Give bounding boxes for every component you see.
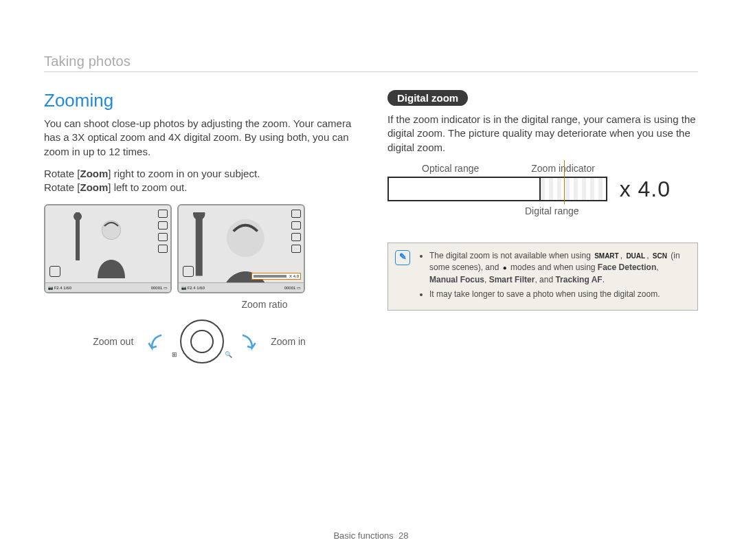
silhouette-wide <box>70 212 146 279</box>
footer-page: 28 <box>398 530 408 541</box>
screen2-exposure: F2.4 1/60 <box>188 286 205 290</box>
note1-sep0: , <box>620 251 625 260</box>
svg-point-1 <box>74 212 82 221</box>
note-icon: ✎ <box>395 250 410 265</box>
arrow-right-icon <box>238 332 257 351</box>
right-column: Digital zoom If the zoom indicator is in… <box>387 90 698 363</box>
note-item-2: It may take longer to save a photo when … <box>429 289 689 300</box>
zoom-indicator-label: Zoom indicator <box>531 163 595 174</box>
digital-zoom-desc: If the zoom indicator is in the digital … <box>387 113 698 155</box>
note1-b3: Smart Filter <box>489 275 535 284</box>
page-footer: Basic functions 28 <box>0 530 742 541</box>
note1-b1: Face Detection <box>598 262 656 272</box>
zoom-dial-row: Zoom out ⊞ 🔍 Zoom in <box>44 320 355 363</box>
zoom-value: x 4.0 <box>620 177 671 202</box>
zoom-value-number: 4.0 <box>638 177 671 201</box>
im-icon <box>291 221 301 229</box>
preview-screen-wide: 📷 F2.4 1/60 00001 ▭ <box>44 204 172 293</box>
zooming-intro: You can shoot close-up photos by adjusti… <box>44 117 355 159</box>
optical-segment <box>389 178 541 200</box>
camera-preview-pair: 📷 F2.4 1/60 00001 ▭ <box>44 204 355 293</box>
footer-section: Basic functions <box>333 530 393 541</box>
svg-point-3 <box>102 221 120 239</box>
memory-icon: ▭ <box>297 285 301 290</box>
memory-icon: ▭ <box>164 285 168 290</box>
zoom-bold-1: Zoom <box>80 168 109 179</box>
dial-magnify-icon: 🔍 <box>225 351 232 358</box>
screen2-right-icons <box>291 210 301 253</box>
zoom-ratio-label: Zoom ratio <box>175 299 355 310</box>
movie-mode-icon: ● <box>502 263 508 273</box>
note1-s1: , <box>656 262 658 272</box>
note1-mid3: modes and when using <box>510 262 598 272</box>
quality-icon <box>158 233 168 241</box>
zoom-ratio-text: X 4.0 <box>288 274 300 278</box>
zoom-bold-2: Zoom <box>80 181 109 193</box>
note1-s3: , and <box>535 275 555 284</box>
indicator-line <box>564 160 565 204</box>
digital-zoom-pill: Digital zoom <box>387 90 468 106</box>
preview-screen-zoomed: X 4.0 📷 F2.4 1/60 00001 ▭ <box>177 204 305 293</box>
flash-icon <box>158 245 168 253</box>
digital-segment <box>541 178 606 200</box>
stabilization-icon <box>49 266 60 277</box>
note-box: ✎ The digital zoom is not available when… <box>387 243 698 311</box>
zoom-out-label: Zoom out <box>93 336 133 347</box>
stabilization-icon <box>183 266 194 277</box>
note-item-1: The digital zoom is not available when u… <box>429 250 689 286</box>
dial-grid-icon: ⊞ <box>172 351 177 358</box>
flash-icon <box>291 245 301 253</box>
zoom-in-label: Zoom in <box>271 336 306 347</box>
rotate-out-post: ] left to zoom out. <box>108 181 187 193</box>
digital-range-label: Digital range <box>525 205 698 216</box>
battery-icon <box>158 210 168 218</box>
dual-mode-icon: DUAL <box>625 251 647 262</box>
zoom-range-bar <box>387 177 607 201</box>
rotate-out-pre: Rotate [ <box>44 181 80 193</box>
rotate-in-pre: Rotate [ <box>44 168 80 179</box>
quality-icon <box>291 233 301 241</box>
camera-mode-icon: 📷 <box>181 285 186 290</box>
screen1-exposure: F2.4 1/60 <box>54 286 71 290</box>
note1-s2: , <box>484 275 489 284</box>
screen2-counter: 00001 <box>284 286 296 290</box>
camera-mode-icon: 📷 <box>48 285 53 290</box>
smart-mode-icon: SMART <box>593 251 620 262</box>
note1-b2: Manual Focus <box>429 275 484 284</box>
note1-b4: Tracking AF <box>555 275 602 284</box>
zoom-range-figure: Optical range Zoom indicator x 4.0 Digit… <box>387 163 698 216</box>
rotate-in-line: Rotate [Zoom] right to zoom in on your s… <box>44 167 355 195</box>
heading-zooming: Zooming <box>44 90 355 111</box>
svg-point-5 <box>193 212 205 220</box>
callout-line-zoomratio <box>277 292 278 293</box>
breadcrumb: Taking photos <box>44 54 698 72</box>
note1-pre: The digital zoom is not available when u… <box>429 251 593 260</box>
screen1-counter: 00001 <box>151 286 163 290</box>
note1-end: . <box>603 275 605 284</box>
zoom-ratio-bar: X 4.0 <box>251 273 301 280</box>
screen1-bottombar: 📷 F2.4 1/60 00001 ▭ <box>45 282 170 292</box>
svg-rect-4 <box>196 212 203 276</box>
screen2-bottombar: 📷 F2.4 1/60 00001 ▭ <box>179 282 304 292</box>
left-column: Zooming You can shoot close-up photos by… <box>44 90 355 363</box>
im-icon <box>158 221 168 229</box>
arrow-left-icon <box>147 332 166 351</box>
optical-range-label: Optical range <box>422 163 479 174</box>
screen1-right-icons <box>158 210 168 253</box>
silhouette-zoom <box>183 212 300 293</box>
battery-icon <box>291 210 301 218</box>
zoom-dial-icon: ⊞ 🔍 <box>180 320 224 363</box>
rotate-in-post: ] right to zoom in on your subject. <box>108 168 260 179</box>
scn-mode-icon: SCN <box>651 251 668 262</box>
